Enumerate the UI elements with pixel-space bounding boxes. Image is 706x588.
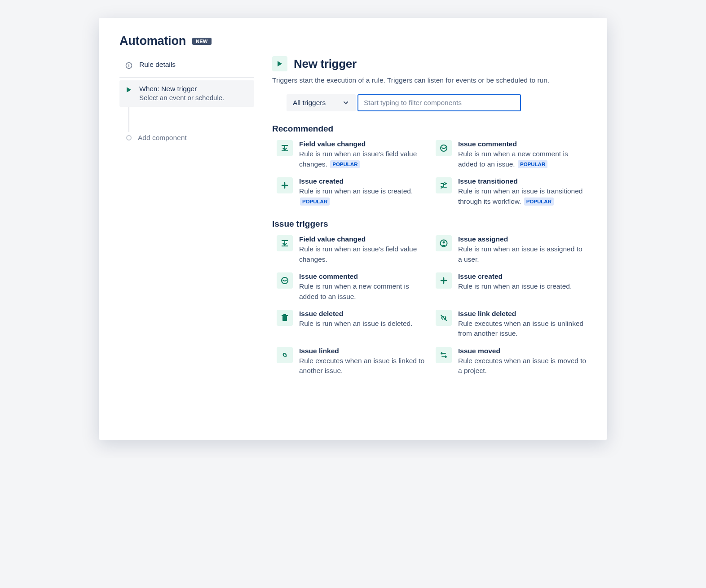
trigger-option-title: Issue link deleted [458, 310, 587, 318]
trigger-desc: Triggers start the execution of a rule. … [272, 75, 587, 85]
info-icon [125, 61, 133, 70]
transition-icon [436, 177, 452, 193]
popular-badge: POPULAR [518, 160, 547, 169]
trigger-option-title: Issue created [458, 272, 587, 281]
add-component-row[interactable]: Add component [119, 132, 254, 144]
trigger-option-desc: Rule is run when an issue is deleted. [299, 319, 428, 329]
rule-details-label: Rule details [139, 61, 176, 69]
plus-icon [277, 177, 293, 193]
trigger-option[interactable]: Issue moved Rule executes when an issue … [436, 347, 587, 376]
filter-input[interactable] [357, 94, 521, 111]
popular-badge: POPULAR [524, 197, 554, 206]
trigger-option-desc: Rule executes when an issue is unlinked … [458, 319, 587, 339]
trigger-option-desc: Rule is run when a new comment is added … [299, 281, 428, 302]
step-connector [128, 107, 129, 132]
unlink-icon [436, 310, 452, 326]
trigger-option-title: Issue commented [458, 140, 587, 148]
trigger-header-icon [272, 56, 287, 71]
plus-icon [436, 272, 452, 289]
trigger-option-title: Field value changed [299, 140, 428, 148]
trigger-option[interactable]: Issue transitioned Rule is run when an i… [436, 177, 587, 206]
add-component-label: Add component [138, 134, 187, 142]
trigger-option[interactable]: Issue commented Rule is run when a new c… [277, 272, 428, 302]
trigger-option[interactable]: Issue assigned Rule is run when an issue… [436, 235, 587, 264]
play-icon [125, 86, 133, 94]
rule-details-row[interactable]: Rule details [119, 56, 254, 78]
trigger-option-title: Issue moved [458, 347, 587, 355]
trigger-option-desc: Rule executes when an issue is moved to … [458, 356, 587, 376]
trigger-option[interactable]: Field value changed Rule is run when an … [277, 140, 428, 169]
trigger-title: New trigger [294, 57, 357, 71]
trigger-option-desc: Rule is run when an issue's field value … [299, 244, 428, 264]
trigger-option-desc: Rule is run when an issue is created. PO… [299, 186, 428, 206]
trigger-option[interactable]: Issue link deleted Rule executes when an… [436, 310, 587, 339]
comment-icon [436, 140, 452, 156]
trigger-picker: New trigger Triggers start the execution… [272, 56, 587, 376]
field-change-icon [277, 235, 293, 251]
trigger-category-dropdown[interactable]: All triggers [287, 94, 356, 111]
trigger-option[interactable]: Issue deleted Rule is run when an issue … [277, 310, 428, 339]
trigger-option-title: Issue transitioned [458, 177, 587, 185]
trigger-option-title: Issue assigned [458, 235, 587, 243]
trigger-option-title: Field value changed [299, 235, 428, 243]
trigger-option[interactable]: Issue created Rule is run when an issue … [277, 177, 428, 206]
trigger-option-title: Issue linked [299, 347, 428, 355]
page-title: Automation [119, 34, 186, 48]
trigger-step-row[interactable]: When: New trigger Select an event or sch… [119, 80, 254, 107]
rule-sidebar: Rule details When: New trigger Select an… [119, 56, 254, 376]
dropdown-label: All triggers [293, 99, 326, 107]
trigger-option-desc: Rule is run when an issue is created. [458, 281, 587, 291]
field-change-icon [277, 140, 293, 156]
trigger-option[interactable]: Field value changed Rule is run when an … [277, 235, 428, 264]
trigger-option-desc: Rule is run when an issue is assigned to… [458, 244, 587, 264]
link-icon [277, 347, 293, 363]
new-badge: NEW [192, 38, 212, 45]
comment-icon [277, 272, 293, 289]
trigger-option-desc: Rule is run when an issue is transitione… [458, 186, 587, 206]
user-icon [436, 235, 452, 251]
move-icon [436, 347, 452, 363]
trigger-option-desc: Rule is run when a new comment is added … [458, 149, 587, 169]
automation-panel: Automation NEW Rule details When: New tr… [99, 18, 607, 440]
popular-badge: POPULAR [300, 197, 330, 206]
trigger-option[interactable]: Issue created Rule is run when an issue … [436, 272, 587, 302]
trigger-option-title: Issue deleted [299, 310, 428, 318]
trigger-step-sub: Select an event or schedule. [139, 93, 224, 102]
trigger-step-title: When: New trigger [139, 85, 224, 93]
chevron-down-icon [342, 99, 349, 106]
trigger-option-desc: Rule is run when an issue's field value … [299, 149, 428, 169]
popular-badge: POPULAR [330, 160, 360, 169]
trigger-option-title: Issue commented [299, 272, 428, 281]
trigger-option-title: Issue created [299, 177, 428, 185]
trigger-option-desc: Rule executes when an issue is linked to… [299, 356, 428, 376]
trash-icon [277, 310, 293, 326]
page-header: Automation NEW [119, 34, 587, 48]
section-issue-triggers: Issue triggers [272, 219, 587, 229]
trigger-option[interactable]: Issue linked Rule executes when an issue… [277, 347, 428, 376]
add-node-icon [126, 135, 132, 140]
section-recommended: Recommended [272, 124, 587, 134]
trigger-option[interactable]: Issue commented Rule is run when a new c… [436, 140, 587, 169]
